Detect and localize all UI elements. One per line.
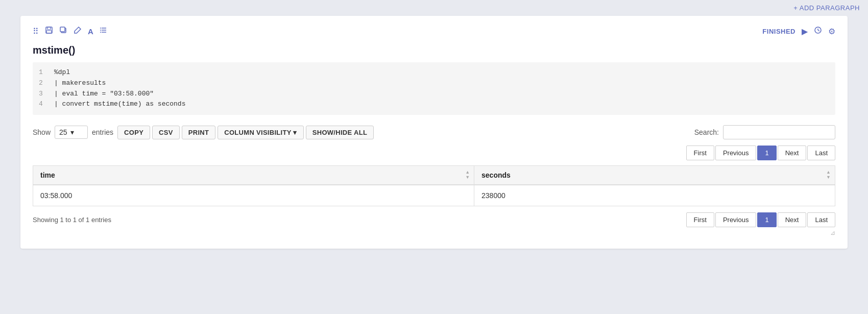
show-label: Show <box>33 128 51 136</box>
showing-label: Showing 1 to 1 of 1 entries <box>33 216 111 224</box>
svg-rect-0 <box>46 27 52 33</box>
show-hide-all-button[interactable]: SHOW/HIDE ALL <box>306 126 374 139</box>
print-button[interactable]: PRINT <box>182 126 216 139</box>
table-row: 03:58.000 238000 <box>33 185 835 206</box>
save-icon[interactable] <box>45 26 53 36</box>
entries-select[interactable]: 25 ▾ <box>55 126 88 139</box>
main-card: ⠿ A <box>20 16 848 249</box>
col-header-seconds-label: seconds <box>481 171 511 179</box>
move-icon[interactable]: ⠿ <box>33 27 39 36</box>
previous-button-top[interactable]: Previous <box>715 146 757 160</box>
code-text-4: | convert mstime(time) as seconds <box>54 99 185 110</box>
entries-label: entries <box>92 128 113 136</box>
search-label: Search: <box>694 128 719 136</box>
column-visibility-button[interactable]: COLUMN VISIBILITY ▾ <box>218 126 303 139</box>
code-line-3: 3 | eval time = "03:58.000" <box>39 89 829 100</box>
table-wrapper: time ▲▼ seconds ▲▼ 03:58.000 238000 <box>33 165 835 206</box>
first-button-top[interactable]: First <box>686 146 714 160</box>
line-num-4: 4 <box>39 99 49 110</box>
search-input[interactable] <box>723 125 835 139</box>
line-num-1: 1 <box>39 67 49 78</box>
svg-line-13 <box>818 30 819 31</box>
previous-button-bottom[interactable]: Previous <box>715 212 757 227</box>
svg-point-9 <box>100 30 101 31</box>
last-button-bottom[interactable]: Last <box>807 212 835 227</box>
controls-row: Show 25 ▾ entries COPY CSV PRINT COLUMN … <box>33 125 835 139</box>
finished-label: FINISHED <box>762 28 795 35</box>
duplicate-icon[interactable] <box>59 26 67 36</box>
cell-time: 03:58.000 <box>33 185 474 206</box>
page-1-button-bottom[interactable]: 1 <box>757 212 776 227</box>
controls-left: Show 25 ▾ entries COPY CSV PRINT COLUMN … <box>33 126 374 139</box>
pagination-top: First Previous 1 Next Last <box>33 146 835 160</box>
controls-right: Search: <box>694 125 835 139</box>
code-line-1: 1 %dpl <box>39 67 829 78</box>
clock-icon[interactable] <box>814 26 822 36</box>
svg-rect-4 <box>60 27 65 32</box>
page-1-button-top[interactable]: 1 <box>757 146 776 160</box>
settings-icon[interactable]: ⚙ <box>828 27 835 36</box>
next-button-bottom[interactable]: Next <box>778 212 807 227</box>
section-title: mstime() <box>33 44 835 56</box>
list-icon[interactable] <box>100 26 108 36</box>
code-block: 1 %dpl 2 | makeresults 3 | eval time = "… <box>33 62 835 115</box>
first-button-bottom[interactable]: First <box>686 212 714 227</box>
col-header-time[interactable]: time ▲▼ <box>33 166 474 185</box>
btn-group: COPY CSV PRINT COLUMN VISIBILITY ▾ SHOW/… <box>117 126 374 139</box>
next-button-top[interactable]: Next <box>778 146 807 160</box>
col-header-seconds[interactable]: seconds ▲▼ <box>474 166 835 185</box>
brush-icon[interactable] <box>74 26 82 36</box>
line-num-3: 3 <box>39 89 49 100</box>
code-text-1: %dpl <box>54 67 70 78</box>
data-table: time ▲▼ seconds ▲▼ 03:58.000 238000 <box>33 165 835 206</box>
last-button-top[interactable]: Last <box>807 146 835 160</box>
pagination-bottom: First Previous 1 Next Last <box>686 212 835 227</box>
entries-value: 25 <box>59 128 67 136</box>
copy-button[interactable]: COPY <box>117 126 150 139</box>
code-text-3: | eval time = "03:58.000" <box>54 89 154 100</box>
play-icon[interactable]: ▶ <box>802 27 808 36</box>
col-header-time-label: time <box>40 171 55 179</box>
line-num-2: 2 <box>39 78 49 89</box>
add-paragraph-button[interactable]: + ADD PARAGRAPH <box>793 4 860 12</box>
resize-handle[interactable]: ⊿ <box>33 229 835 236</box>
csv-button[interactable]: CSV <box>152 126 180 139</box>
code-line-2: 2 | makeresults <box>39 78 829 89</box>
code-text-2: | makeresults <box>54 78 106 89</box>
svg-point-10 <box>100 32 101 33</box>
chevron-down-icon: ▾ <box>70 128 74 136</box>
svg-point-8 <box>100 28 101 29</box>
sort-arrows-seconds: ▲▼ <box>826 170 831 180</box>
sort-arrows-time: ▲▼ <box>465 170 470 180</box>
toolbar-left: ⠿ A <box>33 26 108 36</box>
table-footer: Showing 1 to 1 of 1 entries First Previo… <box>33 212 835 227</box>
code-line-4: 4 | convert mstime(time) as seconds <box>39 99 829 110</box>
cell-seconds: 238000 <box>474 185 835 206</box>
toolbar-right: FINISHED ▶ ⚙ <box>762 26 835 36</box>
toolbar: ⠿ A <box>33 26 835 36</box>
text-icon[interactable]: A <box>88 27 93 36</box>
